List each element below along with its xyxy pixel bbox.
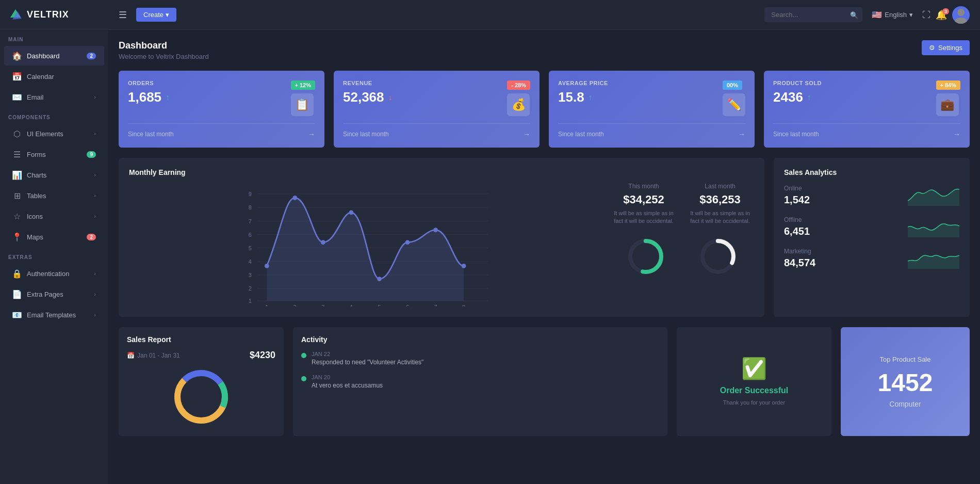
svg-text:7: 7: [434, 304, 437, 306]
language-button[interactable]: 🇺🇸 English ▾: [868, 8, 917, 22]
activity-text-1: Responded to need "Volunteer Activities": [312, 359, 423, 366]
sales-date-range: 📅 Jan 01 - Jan 31: [127, 352, 180, 359]
analytics-value-offline: 6,451: [784, 225, 810, 237]
analytics-item-online: Online 1,542: [784, 185, 959, 206]
monthly-chart: 9 8 7 6 5 4 3 2 1 1 2: [129, 183, 599, 306]
stat-footer-product-sold: Since last month: [773, 131, 819, 138]
stat-card-orders: ORDERS 1,685 ↑ + 12% 📋 Since last month …: [119, 71, 324, 148]
sidebar-item-calendar[interactable]: 📅 Calendar: [4, 67, 104, 86]
stat-badge-product-sold: + 84%: [936, 80, 961, 90]
sidebar-label-email: Email: [27, 93, 92, 101]
logo-text: VELTRIX: [27, 9, 69, 20]
pages-icon: 📄: [12, 289, 22, 299]
svg-text:7: 7: [249, 218, 252, 224]
stat-label-avg-price: AVERAGE PRICE: [558, 80, 608, 86]
svg-text:5: 5: [378, 304, 381, 306]
svg-point-37: [462, 264, 466, 268]
home-icon: 🏠: [12, 51, 22, 60]
stat-icon-orders: 📋: [291, 93, 314, 116]
mail-icon: 📧: [12, 310, 22, 319]
stat-value-orders: 1,685: [128, 89, 161, 105]
sparkline-offline: [908, 217, 959, 237]
svg-point-3: [955, 18, 967, 24]
page-title: Dashboard: [119, 40, 209, 51]
stat-footer-arrow-revenue: →: [523, 130, 530, 138]
sidebar-item-email-templates[interactable]: 📧 Email Templates ›: [4, 305, 104, 325]
stat-arrow-avg-price: ↑: [589, 93, 593, 102]
sales-analytics-panel: Sales Analytics Online 1,542 Offline: [774, 158, 970, 317]
activity-date-1: JAN 22: [312, 351, 423, 357]
sales-amount: $4230: [250, 350, 275, 361]
form-icon: ☰: [12, 150, 22, 159]
create-button[interactable]: Create ▾: [136, 8, 176, 22]
svg-point-33: [349, 210, 354, 215]
top-product-type: Computer: [889, 400, 921, 408]
stat-footer-arrow-avg-price: →: [738, 130, 745, 138]
create-label: Create: [143, 11, 164, 19]
arrow-icon: ›: [94, 270, 96, 277]
sidebar-badge-dashboard: 2: [87, 53, 96, 59]
fullscreen-button[interactable]: ⛶: [922, 10, 930, 20]
stat-footer-orders: Since last month: [128, 131, 174, 138]
sidebar-item-charts[interactable]: 📊 Charts ›: [4, 165, 104, 185]
calendar-icon: 📅: [12, 72, 22, 81]
activity-item-2: JAN 20 At vero eos et accusamus: [301, 374, 659, 389]
gear-icon: ⚙: [929, 44, 935, 52]
analytics-value-marketing: 84,574: [784, 257, 815, 269]
lock-icon: 🔒: [12, 269, 22, 278]
sidebar-item-extra-pages[interactable]: 📄 Extra Pages ›: [4, 284, 104, 304]
stat-footer-avg-price: Since last month: [558, 131, 604, 138]
svg-text:2: 2: [293, 304, 297, 306]
sidebar-item-icons[interactable]: ☆ Icons ›: [4, 206, 104, 226]
stat-footer-revenue: Since last month: [343, 131, 389, 138]
sidebar-item-maps[interactable]: 📍 Maps 2: [4, 227, 104, 247]
lower-section: Sales Report 📅 Jan 01 - Jan 31 $4230: [119, 327, 970, 436]
stat-label-orders: ORDERS: [128, 80, 170, 86]
svg-point-2: [957, 9, 965, 16]
avatar[interactable]: [952, 6, 970, 24]
svg-text:1: 1: [249, 298, 252, 304]
stat-badge-orders: + 12%: [291, 80, 316, 90]
section-label-extras: EXTRAS: [0, 247, 108, 263]
sidebar-item-authentication[interactable]: 🔒 Authentication ›: [4, 264, 104, 283]
section-label-main: MAIN: [0, 29, 108, 45]
svg-text:6: 6: [406, 304, 409, 306]
page-header: Dashboard Welcome to Veltrix Dashboard ⚙…: [119, 40, 970, 60]
sales-report-title: Sales Report: [127, 335, 171, 344]
stats-grid: ORDERS 1,685 ↑ + 12% 📋 Since last month …: [119, 71, 970, 148]
sales-report-panel: Sales Report 📅 Jan 01 - Jan 31 $4230: [119, 327, 284, 436]
page-subtitle: Welcome to Veltrix Dashboard: [119, 53, 209, 60]
top-product-label: Top Product Sale: [879, 356, 930, 363]
arrow-icon: ›: [94, 192, 96, 199]
svg-text:4: 4: [350, 304, 353, 306]
line-chart-svg: 9 8 7 6 5 4 3 2 1 1 2: [129, 183, 599, 306]
search-wrapper: 🔍: [764, 7, 862, 22]
notifications-button[interactable]: 🔔 3: [936, 9, 947, 21]
svg-text:3: 3: [321, 304, 324, 306]
sparkline-online: [908, 185, 959, 206]
stat-footer-arrow-product-sold: →: [953, 130, 960, 138]
arrow-icon: ›: [94, 131, 96, 137]
stat-badge-avg-price: 00%: [723, 80, 742, 90]
table-icon: ⊞: [12, 191, 22, 200]
sidebar-item-dashboard[interactable]: 🏠 Dashboard 2: [4, 46, 104, 66]
sidebar-item-tables[interactable]: ⊞ Tables ›: [4, 186, 104, 205]
sidebar-label-calendar: Calendar: [27, 73, 96, 80]
topbar: ☰ Create ▾ 🔍 🇺🇸 English ▾ ⛶ 🔔 3: [108, 0, 980, 30]
sidebar-item-email[interactable]: ✉️ Email ›: [4, 87, 104, 107]
search-input[interactable]: [764, 7, 862, 22]
create-dropdown-icon: ▾: [166, 11, 169, 19]
settings-label: Settings: [938, 44, 962, 52]
menu-toggle-button[interactable]: ☰: [119, 9, 127, 21]
settings-button[interactable]: ⚙ Settings: [922, 40, 970, 55]
content-area: Dashboard Welcome to Veltrix Dashboard ⚙…: [108, 30, 980, 484]
arrow-icon: ›: [94, 312, 96, 318]
analytics-item-offline: Offline 6,451: [784, 216, 959, 237]
svg-point-36: [433, 228, 438, 232]
monthly-earning-title: Monthly Earning: [129, 168, 754, 176]
sidebar-item-ui-elements[interactable]: ⬡ UI Elements ›: [4, 124, 104, 143]
svg-point-35: [405, 240, 410, 245]
notifications-badge: 3: [942, 8, 949, 14]
activity-title: Activity: [301, 335, 659, 344]
sidebar-item-forms[interactable]: ☰ Forms 9: [4, 144, 104, 164]
